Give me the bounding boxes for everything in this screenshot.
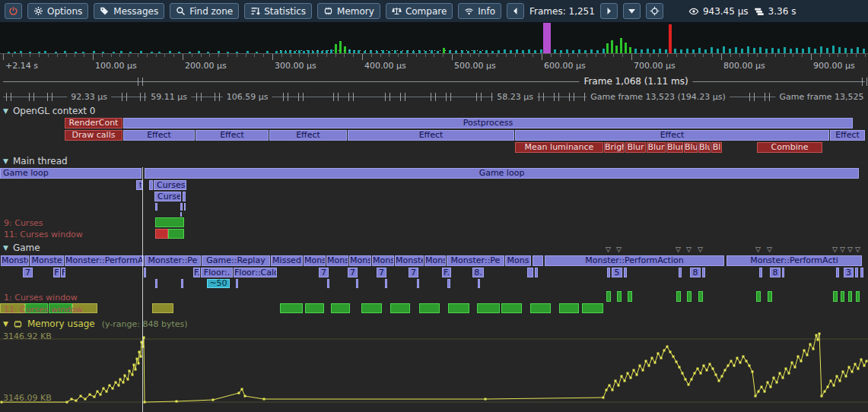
message-marker-icon[interactable]: ▽ [755,246,761,253]
plot-name-label: 9: Curses [4,218,43,228]
memory-max-label: 3146.92 KB [3,331,52,341]
message-marker-icon[interactable]: ▽ [698,246,703,253]
memory-min-label: 3146.09 KB [3,393,52,403]
message-marker-icon[interactable]: ▽ [832,246,838,253]
message-marker-icon[interactable]: ▽ [847,246,853,253]
message-marker-icon[interactable]: ▽ [840,246,845,253]
message-marker-icon[interactable]: ▽ [676,246,681,253]
profiler-window: Options Messages Find zone Statistics Me… [0,0,868,412]
message-marker-icon[interactable]: ▽ [686,246,692,253]
timeline: ▼ OpenGL context 0 ▼ Main thread ▼ Game … [0,0,868,412]
message-marker-icon[interactable]: ▽ [616,246,622,253]
message-marker-icon[interactable]: ▽ [767,246,772,253]
message-marker-icon[interactable]: ▽ [606,246,611,253]
plot-label-layer: 9: Curses11: Curses window1: Curses wind… [0,0,868,412]
plot-name-label: 11: Curses window [4,305,83,315]
plot-name-label: 1: Curses window [4,293,78,303]
message-marker-icon[interactable]: ▽ [855,246,860,253]
plot-name-label: 11: Curses window [4,230,83,239]
time-cursor-line [142,167,143,412]
